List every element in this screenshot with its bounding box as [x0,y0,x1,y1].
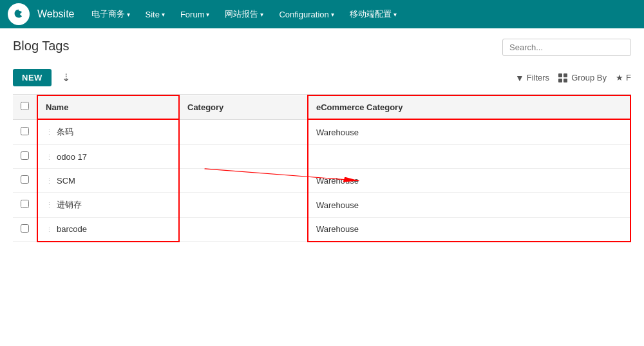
drag-handle-2[interactable]: ⋮ [46,177,53,185]
name-text-4: barcode [57,224,87,234]
table-row: ⋮条码Warehouse [13,119,630,145]
table-row: ⋮SCMWarehouse [13,169,630,193]
favorites-button[interactable]: ★ F [616,73,631,82]
col-header-category: Category [179,95,308,119]
svg-rect-4 [564,79,567,82]
table-container: Name Category eCommerce Category ⋮条码Ware… [13,94,631,242]
col-header-checkbox[interactable] [13,95,37,119]
group-by-button[interactable]: Group By [558,73,607,83]
drag-handle-4[interactable]: ⋮ [46,226,53,233]
drag-handle-1[interactable]: ⋮ [46,153,53,161]
col-header-ecommerce: eCommerce Category [308,95,630,119]
table-row: ⋮barcodeWarehouse [13,218,630,242]
row-name-4: ⋮barcode [37,218,179,242]
nav-forum[interactable]: Forum ▾ [174,7,216,22]
svg-rect-2 [564,73,567,77]
groupby-icon [558,73,569,83]
checkbox-0[interactable] [21,127,29,135]
row-name-1: ⋮odoo 17 [37,145,179,169]
toolbar-actions: ▼ Filters Group By ★ F [515,73,631,83]
name-text-0: 条码 [57,127,73,137]
row-category-3 [179,193,308,218]
page-title: Blog Tags [13,39,69,53]
row-checkbox-4[interactable] [13,218,37,242]
svg-rect-1 [558,73,562,77]
nav-site-report[interactable]: 网站报告 ▾ [218,6,270,23]
svg-rect-3 [558,79,562,82]
name-text-1: odoo 17 [57,152,87,162]
nav-ecommerce[interactable]: 电子商务 ▾ [85,6,137,23]
filters-button[interactable]: ▼ Filters [515,73,549,83]
name-text-3: 进销存 [57,200,82,209]
row-category-2 [179,169,308,193]
checkbox-1[interactable] [21,151,29,160]
row-ecommerce-3: Warehouse [308,193,630,218]
name-text-2: SCM [57,176,75,186]
row-ecommerce-2: Warehouse [308,169,630,193]
toolbar: NEW ⇣ ▼ Filters Group By [13,69,631,86]
nav-site[interactable]: Site ▾ [139,7,171,22]
row-name-0: ⋮条码 [37,119,179,145]
new-button[interactable]: NEW [13,69,52,86]
row-name-2: ⋮SCM [37,169,179,193]
row-checkbox-3[interactable] [13,193,37,218]
nav-mobile[interactable]: 移动端配置 ▾ [343,6,403,23]
row-checkbox-2[interactable] [13,169,37,193]
row-ecommerce-4: Warehouse [308,218,630,242]
row-name-3: ⋮进销存 [37,193,179,218]
drag-handle-0[interactable]: ⋮ [46,128,53,136]
star-icon: ★ [616,73,623,82]
logo[interactable] [8,3,30,25]
row-checkbox-0[interactable] [13,119,37,145]
navbar: Website 电子商务 ▾ Site ▾ Forum ▾ 网站报告 ▾ Con… [0,0,644,28]
select-all-checkbox[interactable] [21,102,29,110]
nav-configuration[interactable]: Configuration ▾ [272,7,340,22]
checkbox-3[interactable] [21,200,29,208]
checkbox-4[interactable] [21,224,29,233]
table-wrap: Name Category eCommerce Category ⋮条码Ware… [13,94,631,242]
table-row: ⋮odoo 17 [13,145,630,169]
upload-button[interactable]: ⇣ [58,69,74,86]
row-ecommerce-0: Warehouse [308,119,630,145]
drag-handle-3[interactable]: ⋮ [46,201,53,209]
row-category-0 [179,119,308,145]
search-input[interactable] [502,39,631,56]
row-category-1 [179,145,308,169]
row-ecommerce-1 [308,145,630,169]
row-checkbox-1[interactable] [13,145,37,169]
filter-icon: ▼ [515,73,524,83]
table-row: ⋮进销存Warehouse [13,193,630,218]
blog-tags-table: Name Category eCommerce Category ⋮条码Ware… [13,95,631,242]
brand-label: Website [37,8,75,20]
row-category-4 [179,218,308,242]
checkbox-2[interactable] [21,175,29,184]
content-area: Blog Tags NEW ⇣ ▼ Filters [0,28,644,253]
toolbar-left: NEW ⇣ [13,69,74,86]
col-header-name: Name [37,95,179,119]
